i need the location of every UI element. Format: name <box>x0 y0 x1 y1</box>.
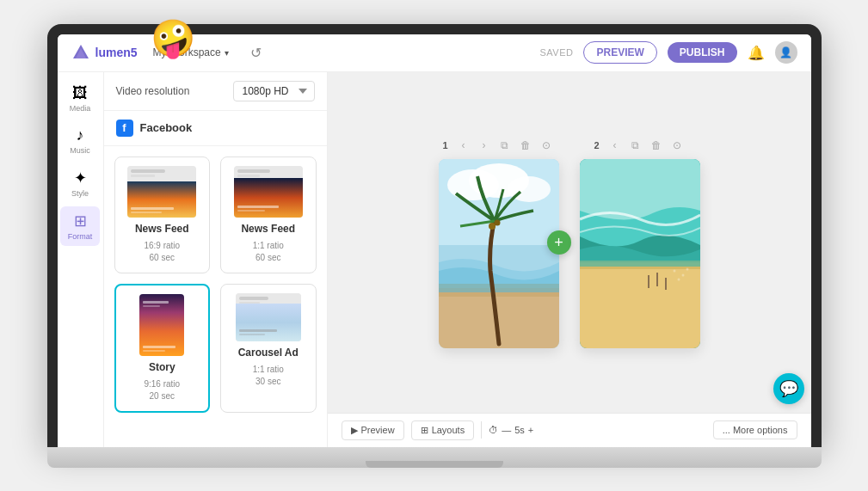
slide-2-delete-btn[interactable]: 🗑 <box>648 137 665 154</box>
format-icon: ⊞ <box>74 212 87 230</box>
preview-play-button[interactable]: ▶ Preview <box>342 420 404 440</box>
sidebar-item-format[interactable]: ⊞ Format <box>60 206 100 246</box>
add-slide-button[interactable]: + <box>547 230 571 255</box>
svg-rect-22 <box>239 302 260 304</box>
timer-prefix: — <box>502 425 511 435</box>
svg-rect-17 <box>143 346 175 348</box>
format-name-newsfeed-169: News Feed <box>135 223 189 235</box>
publish-button[interactable]: PUBLISH <box>668 42 737 63</box>
slide-wrapper-2: 2 ‹ ⧉ 🗑 ⊙ <box>580 137 700 348</box>
slide-1-prev-btn[interactable]: ‹ <box>455 137 472 154</box>
slides-container: 1 ‹ › ⧉ 🗑 ⊙ <box>328 72 811 413</box>
format-thumb-story <box>139 294 184 356</box>
svg-rect-5 <box>131 175 155 177</box>
music-icon: ♪ <box>77 126 84 144</box>
chevron-down-icon: ▾ <box>225 48 229 58</box>
slide-1-delete-btn[interactable]: 🗑 <box>517 137 534 154</box>
saved-status: SAVED <box>540 47 574 58</box>
format-card-carousel[interactable]: Carousel Ad 1:1 ratio 30 sec <box>220 284 317 413</box>
play-icon: ▶ <box>351 425 358 436</box>
format-thumb-newsfeed-169 <box>127 166 196 218</box>
layouts-button[interactable]: ⊞ Layouts <box>411 420 475 440</box>
svg-rect-6 <box>131 207 174 210</box>
sidebar-item-music[interactable]: ♪ Music <box>60 121 100 160</box>
slide-1-duplicate-btn[interactable]: ⧉ <box>496 137 514 154</box>
slide-2-more-btn[interactable]: ⊙ <box>668 137 686 154</box>
slide-2-image <box>580 159 700 348</box>
resolution-select[interactable]: 1080p HD 720p HD 4K <box>233 81 315 101</box>
layouts-icon: ⊞ <box>421 425 428 436</box>
format-card-newsfeed-169[interactable]: News Feed 16:9 ratio 60 sec <box>114 157 211 273</box>
format-name-newsfeed-11: News Feed <box>241 223 295 235</box>
user-avatar[interactable]: 👤 <box>775 41 797 64</box>
resolution-label: Video resolution <box>116 85 190 97</box>
format-meta-story: 9:16 ratio 20 sec <box>144 378 180 402</box>
svg-point-43 <box>686 267 688 270</box>
preview-button[interactable]: PREVIEW <box>583 41 656 64</box>
facebook-section-header: f Facebook <box>104 111 327 146</box>
slide-2-duplicate-btn[interactable]: ⧉ <box>627 137 644 154</box>
svg-rect-23 <box>239 329 277 332</box>
sidebar-item-media[interactable]: 🖼 Media <box>60 79 100 118</box>
logo-text: lumen5 <box>95 46 138 59</box>
canvas-toolbar: ▶ Preview ⊞ Layouts ⏱ — 5s + <box>328 413 811 447</box>
svg-rect-16 <box>143 305 160 307</box>
svg-rect-20 <box>236 304 301 341</box>
svg-rect-18 <box>143 350 165 352</box>
sidebar-label-format: Format <box>68 232 93 241</box>
undo-button[interactable]: ↺ <box>244 40 268 64</box>
format-meta-carousel: 1:1 ratio 30 sec <box>253 364 284 388</box>
slide-1-more-btn[interactable]: ⊙ <box>538 137 555 154</box>
style-icon: ✦ <box>74 169 87 187</box>
lumen5-logo-icon <box>71 43 90 62</box>
svg-rect-15 <box>143 301 169 304</box>
facebook-label: Facebook <box>140 121 193 134</box>
slide-1-number: 1 <box>442 140 447 150</box>
slide-wrapper-1: 1 ‹ › ⧉ 🗑 ⊙ <box>439 137 559 348</box>
sidebar-label-style: Style <box>71 189 89 198</box>
svg-rect-10 <box>237 169 270 173</box>
svg-rect-9 <box>234 178 303 218</box>
timer-control: ⏱ — 5s + <box>489 425 533 435</box>
format-name-story: Story <box>149 361 175 373</box>
main-layout: 🖼 Media ♪ Music ✦ Style ⊞ Format <box>58 72 811 447</box>
timer-value: 5s <box>514 425 525 435</box>
left-sidebar: 🖼 Media ♪ Music ✦ Style ⊞ Format <box>58 72 104 447</box>
sidebar-label-music: Music <box>70 146 90 155</box>
chat-support-button[interactable]: 💬 <box>773 373 804 404</box>
format-card-story[interactable]: Story 9:16 ratio 20 sec <box>114 284 211 413</box>
more-options-button[interactable]: ... More options <box>713 420 797 439</box>
layouts-label: Layouts <box>432 425 465 435</box>
format-panel: Video resolution 1080p HD 720p HD 4K f F… <box>104 72 328 447</box>
svg-rect-4 <box>131 169 165 173</box>
logo-area: lumen5 <box>71 43 138 62</box>
slide-2-prev-btn[interactable]: ‹ <box>606 137 624 154</box>
avatar-icon: 👤 <box>779 46 792 58</box>
slide-1-image <box>439 159 559 348</box>
emoji-decoration: 🤪 <box>151 17 195 59</box>
slide-2-controls: 2 ‹ ⧉ 🗑 ⊙ <box>594 137 685 154</box>
format-card-newsfeed-11[interactable]: News Feed 1:1 ratio 60 sec <box>220 157 317 273</box>
svg-rect-11 <box>237 175 260 177</box>
slide-1-next-btn[interactable]: › <box>476 137 493 154</box>
facebook-icon: f <box>116 120 133 137</box>
toolbar-separator <box>481 421 482 439</box>
timer-suffix: + <box>528 425 533 435</box>
notifications-icon[interactable]: 🔔 <box>748 45 765 61</box>
format-meta-newsfeed-169: 16:9 ratio 60 sec <box>144 240 180 264</box>
sidebar-item-style[interactable]: ✦ Style <box>60 163 100 203</box>
format-thumb-carousel <box>236 293 301 341</box>
undo-icon: ↺ <box>250 45 262 61</box>
slide-1-frame[interactable] <box>439 159 559 348</box>
svg-rect-24 <box>239 334 265 335</box>
format-thumb-newsfeed-11 <box>234 166 303 218</box>
chat-icon: 💬 <box>779 379 798 398</box>
preview-toolbar-label: Preview <box>361 425 395 435</box>
svg-point-40 <box>673 269 675 272</box>
svg-rect-21 <box>239 297 268 300</box>
media-icon: 🖼 <box>72 84 88 102</box>
canvas-area: 👍 1 ‹ › ⧉ 🗑 ⊙ <box>328 72 811 447</box>
slide-2-frame[interactable] <box>580 159 700 348</box>
laptop-base <box>47 447 822 468</box>
format-meta-newsfeed-11: 1:1 ratio 60 sec <box>253 240 284 264</box>
